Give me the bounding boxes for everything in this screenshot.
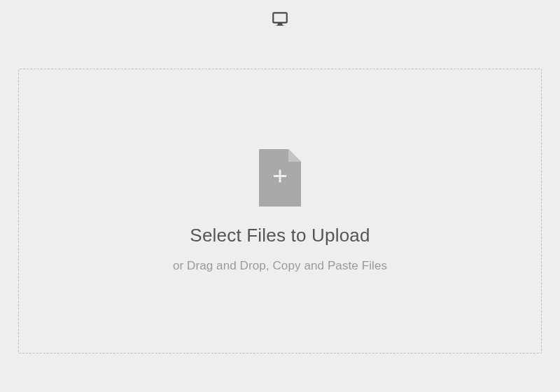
file-dropzone[interactable]: Select Files to Upload or Drag and Drop,… [18,69,542,354]
file-plus-icon [259,149,301,206]
svg-rect-1 [279,170,281,183]
dropzone-title: Select Files to Upload [190,225,370,246]
top-bar [0,0,560,38]
dropzone-subtitle: or Drag and Drop, Copy and Paste Files [173,259,387,273]
desktop-icon[interactable] [271,10,289,28]
